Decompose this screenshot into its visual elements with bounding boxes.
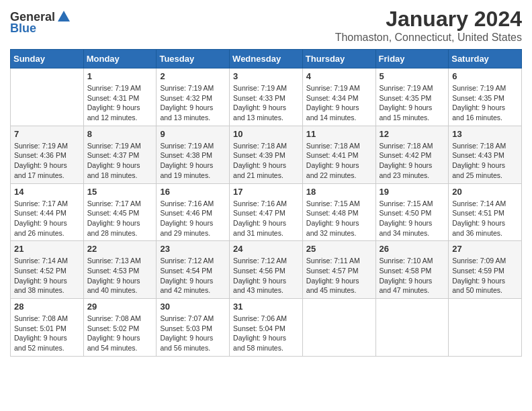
calendar-day-cell: 23Sunrise: 7:12 AM Sunset: 4:54 PM Dayli… [157, 241, 230, 299]
day-number: 3 [233, 71, 299, 81]
day-number: 25 [306, 244, 372, 254]
day-number: 17 [233, 187, 299, 197]
calendar-header-monday: Monday [83, 50, 157, 68]
day-number: 19 [380, 187, 445, 197]
calendar-day-cell: 13Sunrise: 7:18 AM Sunset: 4:43 PM Dayli… [449, 126, 522, 183]
day-info: Sunrise: 7:09 AM Sunset: 4:59 PM Dayligh… [452, 256, 518, 295]
page-header: General Blue January 2024 Thomaston, Con… [10, 7, 522, 44]
day-info: Sunrise: 7:12 AM Sunset: 4:56 PM Dayligh… [233, 256, 299, 295]
calendar-week-row: 21Sunrise: 7:14 AM Sunset: 4:52 PM Dayli… [11, 241, 522, 299]
calendar-header-tuesday: Tuesday [157, 50, 230, 68]
calendar-day-cell: 28Sunrise: 7:08 AM Sunset: 5:01 PM Dayli… [11, 299, 84, 357]
day-info: Sunrise: 7:08 AM Sunset: 5:01 PM Dayligh… [14, 314, 80, 353]
day-info: Sunrise: 7:19 AM Sunset: 4:35 PM Dayligh… [452, 83, 518, 123]
day-info: Sunrise: 7:19 AM Sunset: 4:35 PM Dayligh… [380, 83, 445, 123]
day-number: 18 [306, 187, 372, 197]
day-number: 23 [160, 244, 226, 254]
day-info: Sunrise: 7:13 AM Sunset: 4:53 PM Dayligh… [87, 256, 153, 295]
calendar-header-wednesday: Wednesday [230, 50, 303, 68]
day-number: 29 [87, 302, 153, 312]
logo-icon [56, 9, 71, 24]
calendar-day-cell: 29Sunrise: 7:08 AM Sunset: 5:02 PM Dayli… [83, 299, 157, 357]
calendar-day-cell: 30Sunrise: 7:07 AM Sunset: 5:03 PM Dayli… [157, 299, 230, 357]
day-info: Sunrise: 7:18 AM Sunset: 4:39 PM Dayligh… [233, 141, 299, 181]
day-info: Sunrise: 7:18 AM Sunset: 4:43 PM Dayligh… [452, 141, 518, 181]
calendar-day-cell: 5Sunrise: 7:19 AM Sunset: 4:35 PM Daylig… [375, 68, 449, 126]
day-info: Sunrise: 7:19 AM Sunset: 4:36 PM Dayligh… [14, 141, 80, 181]
day-number: 16 [160, 187, 226, 197]
calendar-day-cell: 20Sunrise: 7:14 AM Sunset: 4:51 PM Dayli… [449, 183, 522, 241]
calendar-header-sunday: Sunday [11, 50, 84, 68]
day-number: 5 [380, 71, 445, 81]
day-info: Sunrise: 7:19 AM Sunset: 4:38 PM Dayligh… [160, 141, 226, 181]
day-number: 20 [452, 187, 518, 197]
calendar-day-cell: 17Sunrise: 7:16 AM Sunset: 4:47 PM Dayli… [230, 183, 303, 241]
day-info: Sunrise: 7:19 AM Sunset: 4:37 PM Dayligh… [87, 141, 153, 181]
calendar-day-cell: 21Sunrise: 7:14 AM Sunset: 4:52 PM Dayli… [11, 241, 84, 299]
calendar-day-cell: 19Sunrise: 7:15 AM Sunset: 4:50 PM Dayli… [375, 183, 449, 241]
calendar-day-cell: 15Sunrise: 7:17 AM Sunset: 4:45 PM Dayli… [83, 183, 157, 241]
calendar-header-friday: Friday [375, 50, 449, 68]
day-info: Sunrise: 7:17 AM Sunset: 4:45 PM Dayligh… [87, 199, 153, 238]
day-number: 6 [452, 71, 518, 81]
calendar-day-cell [375, 299, 449, 357]
calendar-day-cell: 2Sunrise: 7:19 AM Sunset: 4:32 PM Daylig… [157, 68, 230, 126]
day-number: 8 [87, 129, 153, 139]
day-info: Sunrise: 7:17 AM Sunset: 4:44 PM Dayligh… [14, 199, 80, 238]
calendar-day-cell: 11Sunrise: 7:18 AM Sunset: 4:41 PM Dayli… [302, 126, 375, 183]
logo-blue-text: Blue [10, 21, 36, 36]
day-info: Sunrise: 7:16 AM Sunset: 4:47 PM Dayligh… [233, 199, 299, 238]
calendar-day-cell [449, 299, 522, 357]
day-info: Sunrise: 7:12 AM Sunset: 4:54 PM Dayligh… [160, 256, 226, 295]
calendar-week-row: 7Sunrise: 7:19 AM Sunset: 4:36 PM Daylig… [11, 126, 522, 183]
calendar-day-cell: 6Sunrise: 7:19 AM Sunset: 4:35 PM Daylig… [449, 68, 522, 126]
day-number: 9 [160, 129, 226, 139]
calendar-day-cell [11, 68, 84, 126]
day-info: Sunrise: 7:11 AM Sunset: 4:57 PM Dayligh… [306, 256, 372, 295]
day-info: Sunrise: 7:10 AM Sunset: 4:58 PM Dayligh… [380, 256, 445, 295]
calendar-day-cell: 25Sunrise: 7:11 AM Sunset: 4:57 PM Dayli… [302, 241, 375, 299]
day-number: 27 [452, 244, 518, 254]
day-info: Sunrise: 7:19 AM Sunset: 4:34 PM Dayligh… [306, 83, 372, 123]
day-info: Sunrise: 7:19 AM Sunset: 4:32 PM Dayligh… [160, 83, 226, 123]
day-info: Sunrise: 7:14 AM Sunset: 4:52 PM Dayligh… [14, 256, 80, 295]
day-number: 7 [14, 129, 80, 139]
day-info: Sunrise: 7:18 AM Sunset: 4:41 PM Dayligh… [306, 141, 372, 181]
day-info: Sunrise: 7:08 AM Sunset: 5:02 PM Dayligh… [87, 314, 153, 353]
day-info: Sunrise: 7:18 AM Sunset: 4:42 PM Dayligh… [380, 141, 445, 181]
day-number: 15 [87, 187, 153, 197]
calendar-day-cell: 1Sunrise: 7:19 AM Sunset: 4:31 PM Daylig… [83, 68, 157, 126]
day-number: 4 [306, 71, 372, 81]
day-number: 30 [160, 302, 226, 312]
calendar-day-cell: 12Sunrise: 7:18 AM Sunset: 4:42 PM Dayli… [375, 126, 449, 183]
day-info: Sunrise: 7:15 AM Sunset: 4:48 PM Dayligh… [306, 199, 372, 238]
day-number: 10 [233, 129, 299, 139]
day-number: 21 [14, 244, 80, 254]
day-number: 11 [306, 129, 372, 139]
calendar-day-cell: 3Sunrise: 7:19 AM Sunset: 4:33 PM Daylig… [230, 68, 303, 126]
logo: General Blue [10, 7, 71, 36]
day-info: Sunrise: 7:19 AM Sunset: 4:31 PM Dayligh… [87, 83, 153, 123]
title-area: January 2024 Thomaston, Connecticut, Uni… [335, 7, 522, 44]
day-number: 12 [380, 129, 445, 139]
calendar-day-cell: 18Sunrise: 7:15 AM Sunset: 4:48 PM Dayli… [302, 183, 375, 241]
day-number: 24 [233, 244, 299, 254]
day-number: 26 [380, 244, 445, 254]
calendar-day-cell: 7Sunrise: 7:19 AM Sunset: 4:36 PM Daylig… [11, 126, 84, 183]
calendar-week-row: 14Sunrise: 7:17 AM Sunset: 4:44 PM Dayli… [11, 183, 522, 241]
calendar-table: SundayMondayTuesdayWednesdayThursdayFrid… [10, 49, 522, 357]
calendar-day-cell: 4Sunrise: 7:19 AM Sunset: 4:34 PM Daylig… [302, 68, 375, 126]
calendar-day-cell: 26Sunrise: 7:10 AM Sunset: 4:58 PM Dayli… [375, 241, 449, 299]
calendar-day-cell [302, 299, 375, 357]
calendar-day-cell: 10Sunrise: 7:18 AM Sunset: 4:39 PM Dayli… [230, 126, 303, 183]
calendar-day-cell: 14Sunrise: 7:17 AM Sunset: 4:44 PM Dayli… [11, 183, 84, 241]
day-number: 22 [87, 244, 153, 254]
svg-marker-0 [58, 11, 70, 21]
day-number: 1 [87, 71, 153, 81]
calendar-header-saturday: Saturday [449, 50, 522, 68]
calendar-header-row: SundayMondayTuesdayWednesdayThursdayFrid… [11, 50, 522, 68]
day-number: 13 [452, 129, 518, 139]
day-info: Sunrise: 7:19 AM Sunset: 4:33 PM Dayligh… [233, 83, 299, 123]
day-info: Sunrise: 7:06 AM Sunset: 5:04 PM Dayligh… [233, 314, 299, 353]
day-info: Sunrise: 7:07 AM Sunset: 5:03 PM Dayligh… [160, 314, 226, 353]
